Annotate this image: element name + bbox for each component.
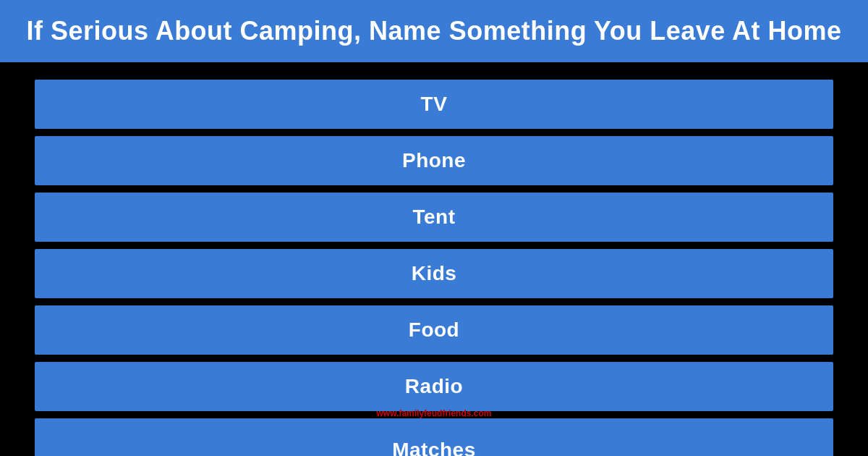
- answers-container: TV Phone Tent Kids Food Radio www.family…: [0, 72, 868, 456]
- answer-text: Radio: [405, 375, 463, 398]
- answer-text: Tent: [412, 206, 455, 229]
- answer-text: TV: [421, 93, 448, 116]
- answer-row: Radio: [35, 362, 833, 411]
- answer-row: Tent: [35, 193, 833, 242]
- answer-row: Food: [35, 305, 833, 355]
- question-header: If Serious About Camping, Name Something…: [0, 0, 868, 65]
- answer-row: TV: [35, 80, 833, 129]
- question-title: If Serious About Camping, Name Something…: [26, 16, 841, 46]
- answer-text: Food: [409, 318, 459, 342]
- answer-row-last: www.familyfeudfriends.com Matches: [35, 418, 833, 456]
- answer-row: Kids: [35, 249, 833, 298]
- answer-row: Phone: [35, 136, 833, 185]
- answer-text: Phone: [402, 149, 466, 172]
- answer-text: Kids: [412, 262, 457, 285]
- watermark-text: www.familyfeudfriends.com: [377, 408, 492, 418]
- answer-text-last: Matches: [392, 439, 476, 456]
